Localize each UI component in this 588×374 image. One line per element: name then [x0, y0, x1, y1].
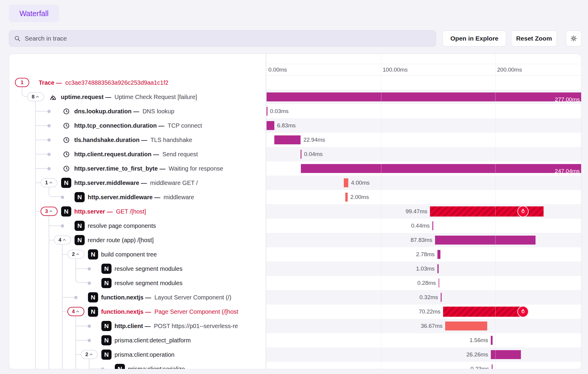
span-label-clip: Nprisma:client:detect_platform [9, 333, 265, 347]
span-separator: — [143, 294, 154, 301]
span-label: resolve segment modules [114, 262, 182, 276]
duration-bar[interactable] [439, 279, 440, 288]
collapse-pill[interactable]: 1 [15, 78, 29, 87]
duration-bar[interactable] [435, 236, 536, 245]
sentry-icon [49, 93, 57, 101]
timeline-tick-label: 100.00ms [383, 67, 408, 73]
span-label-clip: Nprisma:client:serialize [9, 362, 265, 369]
gear-icon [570, 35, 577, 42]
trace-span-row[interactable]: 2Nprisma:client:operation26.26ms [9, 347, 581, 362]
trace-span-row[interactable]: Nresolve segment modules0.28ms [9, 276, 581, 290]
trace-span-row[interactable]: 3Nhttp.server — GET /[host]99.47ms [9, 204, 581, 219]
duration-bar[interactable] [441, 293, 442, 302]
duration-bar[interactable] [267, 121, 274, 130]
trace-span-row[interactable]: dns.lookup.duration — DNS lookup0.03ms [9, 104, 581, 118]
reset-zoom-button[interactable]: Reset Zoom [511, 30, 557, 47]
settings-button[interactable] [566, 30, 581, 47]
duration-bar[interactable] [274, 135, 301, 144]
trace-span-row[interactable]: Nhttp.client — POST https://p01--serverl… [9, 319, 581, 333]
duration-label: 87.83ms [367, 233, 432, 247]
span-name: prisma:client:detect_platform [114, 337, 191, 344]
span-label-clip: Nprisma:client:operation [9, 347, 265, 362]
trace-span-row[interactable]: Nresolve segment modules1.03ms [9, 262, 581, 276]
span-label-clip: Nfunction.nextjs — Layout Server Compone… [9, 290, 265, 305]
nextjs-icon: N [75, 221, 85, 231]
trace-span-row[interactable]: tls.handshake.duration — TLS handshake22… [9, 133, 581, 147]
chevron-up-icon [76, 310, 80, 313]
tab-waterfall[interactable]: Waterfall [9, 5, 59, 22]
trace-span-row[interactable]: Nresolve page components0.44ms [9, 219, 581, 233]
trace-span-row[interactable]: 8uptime.request — Uptime Check Request [… [9, 90, 581, 104]
tab-waterfall-label: Waterfall [19, 9, 49, 18]
duration-bar[interactable] [267, 107, 267, 116]
duration-label: 4.00ms [351, 176, 369, 190]
duration-bar[interactable] [445, 322, 487, 330]
row-stripe [266, 176, 581, 190]
span-name: Trace [39, 79, 54, 86]
span-separator: — [139, 180, 150, 186]
duration-label: 22.94ms [303, 133, 325, 147]
collapse-pill[interactable]: 3 [41, 207, 58, 216]
trace-span-row[interactable]: Nprisma:client:serialize0.23ms [9, 362, 581, 369]
span-label-clip: http.server.time_to_first_byte — Waiting… [9, 161, 265, 176]
duration-bar[interactable] [345, 193, 348, 202]
duration-bar[interactable] [437, 250, 441, 259]
span-label-clip: Nrender route (app) /[host] [9, 233, 265, 247]
span-label: function.nextjs — Layout Server Componen… [101, 290, 231, 305]
duration-bar[interactable]: 277.00ms [267, 92, 581, 101]
duration-label: 70.22ms [375, 305, 440, 319]
row-stripe [266, 118, 581, 133]
collapse-pill[interactable]: 4 [54, 235, 71, 245]
trace-span-row[interactable]: http.client.request.duration — Send requ… [9, 147, 581, 161]
collapse-pill-count: 1 [21, 80, 23, 85]
span-description: Layout Server Component (/) [154, 294, 231, 301]
span-separator: — [140, 137, 151, 143]
duration-bar[interactable] [437, 264, 439, 273]
duration-bar[interactable] [492, 364, 493, 369]
trace-span-row[interactable]: 4Nfunction.nextjs — Page Server Componen… [9, 305, 581, 319]
trace-waterfall-panel: 0.00ms100.00ms200.00ms1Trace — cc3ae3748… [9, 54, 581, 369]
flame-badge[interactable] [517, 306, 529, 317]
trace-span-row[interactable]: http.tcp_connection.duration — TCP conne… [9, 118, 581, 133]
collapse-pill[interactable]: 1 [41, 178, 58, 187]
duration-bar[interactable] [491, 336, 493, 345]
trace-span-row[interactable]: 4Nrender route (app) /[host]87.83ms [9, 233, 581, 247]
nextjs-icon: N [101, 335, 112, 345]
search-input[interactable] [24, 35, 436, 42]
duration-bar[interactable] [432, 221, 433, 230]
span-name: function.nextjs [101, 308, 143, 315]
duration-bar[interactable] [491, 350, 521, 359]
search-in-trace[interactable] [9, 30, 436, 47]
trace-span-row[interactable]: 1Trace — cc3ae3748883563a926c253d9aa1c1f… [9, 75, 581, 90]
span-name: http.server.middleware [74, 180, 139, 186]
collapse-pill[interactable]: 4 [67, 307, 84, 316]
trace-span-row[interactable]: Nfunction.nextjs — Layout Server Compone… [9, 290, 581, 305]
span-separator: — [158, 165, 169, 172]
duration-label: 26.26ms [423, 347, 488, 362]
flame-badge[interactable] [517, 206, 529, 217]
duration-bar[interactable]: 247.04ms [301, 164, 581, 173]
duration-bar[interactable] [443, 307, 523, 317]
span-separator: — [157, 122, 168, 129]
collapse-pill-count: 3 [45, 209, 48, 214]
trace-span-row[interactable]: Nprisma:client:detect_platform1.56ms [9, 333, 581, 347]
duration-bar[interactable] [344, 178, 348, 187]
chevron-up-icon [89, 353, 93, 356]
span-label: http.server — GET /[host] [74, 204, 146, 219]
span-name: resolve page components [88, 222, 156, 229]
open-in-explore-label: Open in Explore [450, 35, 498, 42]
span-label-clip: Nbuild component tree [9, 247, 265, 262]
trace-span-row[interactable]: 2Nbuild component tree2.78ms [9, 247, 581, 262]
open-in-explore-button[interactable]: Open in Explore [442, 30, 506, 47]
flame-icon [520, 208, 526, 215]
collapse-pill[interactable]: 2 [81, 350, 98, 359]
trace-span-row[interactable]: Nhttp.server.middleware — middleware2.00… [9, 190, 581, 204]
trace-span-row[interactable]: 1Nhttp.server.middleware — middleware GE… [9, 176, 581, 190]
nextjs-icon: N [61, 178, 71, 188]
collapse-pill-count: 8 [32, 94, 34, 99]
trace-span-row[interactable]: http.server.time_to_first_byte — Waiting… [9, 161, 581, 176]
duration-bar[interactable] [301, 150, 301, 159]
collapse-pill[interactable]: 2 [67, 250, 84, 259]
collapse-pill-count: 4 [58, 237, 61, 242]
collapse-pill[interactable]: 8 [27, 92, 44, 101]
